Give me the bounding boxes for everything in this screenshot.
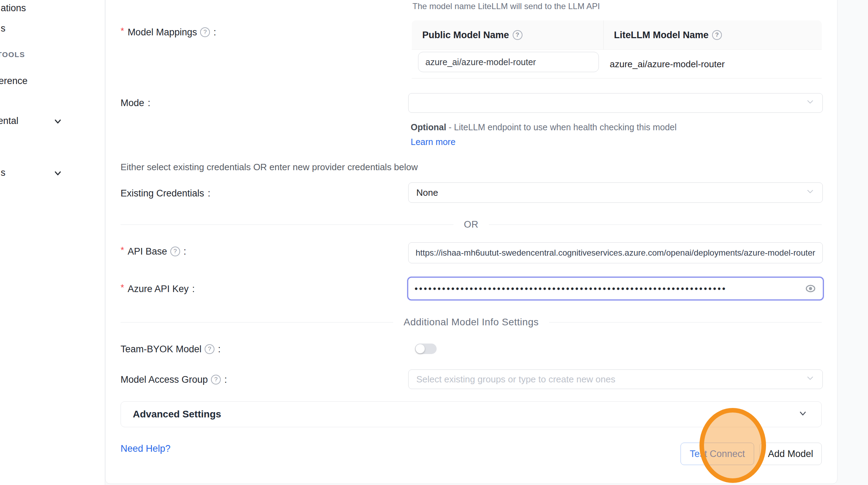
help-icon[interactable]: ? [712, 30, 722, 40]
learn-more-link[interactable]: Learn more [411, 137, 456, 147]
need-help-link[interactable]: Need Help? [121, 443, 171, 454]
column-divider [603, 20, 604, 50]
sidebar-item-clipped-3[interactable]: erence [0, 76, 28, 86]
help-icon[interactable]: ? [513, 30, 522, 40]
table-row: azure_ai/azure-model-router [412, 50, 822, 78]
litellm-model-name-header-text: LiteLLM Model Name [614, 30, 709, 41]
sidebar-item-clipped-5[interactable]: s [1, 167, 6, 178]
label-colon: : [213, 27, 216, 38]
sidebar-item-clipped-4[interactable]: ental [0, 116, 19, 126]
or-divider-text: OR [464, 219, 479, 230]
litellm-model-name-value: azure_ai/azure-model-router [610, 50, 725, 78]
help-icon[interactable]: ? [200, 27, 210, 37]
existing-credentials-value: None [416, 187, 438, 198]
or-divider: OR [121, 217, 822, 232]
mode-helper-text: Optional - LiteLLM endpoint to use when … [411, 120, 695, 149]
label-colon: : [224, 374, 227, 385]
api-base-input[interactable] [408, 242, 823, 263]
optional-rest-text: - LiteLLM endpoint to use when health ch… [446, 122, 676, 132]
model-access-group-label: Model Access Group ? : [121, 374, 227, 385]
azure-api-key-label: * Azure API Key : [121, 283, 195, 295]
divider-line [121, 224, 453, 225]
label-colon: : [218, 344, 221, 355]
advanced-settings-label: Advanced Settings [133, 409, 221, 420]
chevron-down-icon [798, 408, 808, 420]
api-base-label-text: API Base [128, 246, 167, 257]
azure-api-key-input[interactable]: ••••••••••••••••••••••••••••••••••••••••… [407, 277, 824, 300]
add-model-form-panel: The model name LiteLLM will send to the … [105, 0, 868, 485]
divider-line [549, 322, 822, 323]
model-mappings-label-text: Model Mappings [128, 27, 197, 38]
test-connect-button[interactable]: Test Connect [681, 443, 754, 465]
required-asterisk: * [121, 245, 124, 256]
model-mappings-label: * Model Mappings ? : [121, 27, 216, 38]
api-base-label: * API Base ? : [121, 246, 186, 257]
model-name-helper-text: The model name LiteLLM will send to the … [412, 1, 600, 11]
model-access-group-label-text: Model Access Group [121, 374, 208, 385]
add-model-button[interactable]: Add Model [759, 443, 822, 465]
label-colon: : [208, 188, 211, 199]
toggle-knob [416, 344, 425, 353]
masked-key-value: ••••••••••••••••••••••••••••••••••••••••… [408, 283, 787, 294]
chevron-down-icon [806, 374, 815, 385]
chevron-down-icon [806, 97, 815, 109]
mode-select[interactable] [408, 93, 823, 113]
chevron-down-icon[interactable] [53, 116, 63, 127]
sidebar-section-tools: TOOLS [0, 50, 25, 59]
optional-bold-text: Optional [411, 122, 446, 132]
team-byok-label-text: Team-BYOK Model [121, 344, 201, 355]
public-model-name-header-text: Public Model Name [422, 30, 509, 41]
team-byok-label: Team-BYOK Model ? : [121, 344, 221, 355]
mode-label-text: Mode [121, 98, 144, 109]
model-mappings-table: Public Model Name ? LiteLLM Model Name ?… [412, 20, 822, 78]
existing-credentials-label-text: Existing Credentials [121, 188, 204, 199]
sidebar-item-clipped-1[interactable]: ations [1, 3, 26, 14]
eye-icon[interactable] [805, 283, 816, 295]
litellm-model-name-header: LiteLLM Model Name ? [614, 20, 722, 50]
azure-api-key-label-text: Azure API Key [128, 284, 189, 295]
required-asterisk: * [121, 26, 124, 36]
help-icon[interactable]: ? [205, 344, 214, 354]
additional-settings-divider: Additional Model Info Settings [121, 314, 822, 330]
public-model-name-input[interactable] [418, 52, 599, 72]
existing-credentials-select[interactable]: None [408, 182, 823, 203]
divider-line [489, 224, 822, 225]
required-asterisk: * [121, 282, 124, 293]
label-colon: : [192, 284, 195, 295]
help-icon[interactable]: ? [170, 247, 180, 256]
team-byok-toggle[interactable] [415, 344, 437, 354]
add-model-screen: ations s TOOLS erence ental s The model … [0, 0, 868, 485]
chevron-down-icon [806, 187, 815, 199]
model-access-group-placeholder: Select existing groups or type to create… [416, 374, 615, 385]
help-icon[interactable]: ? [211, 375, 221, 384]
label-colon: : [184, 246, 186, 257]
advanced-settings-panel[interactable]: Advanced Settings [121, 401, 822, 427]
existing-credentials-label: Existing Credentials : [121, 188, 210, 199]
table-header: Public Model Name ? LiteLLM Model Name ? [412, 20, 822, 50]
public-model-name-header: Public Model Name ? [422, 20, 522, 50]
mode-label: Mode : [121, 97, 150, 109]
chevron-down-icon[interactable] [53, 168, 63, 179]
additional-settings-divider-text: Additional Model Info Settings [404, 317, 539, 328]
model-access-group-select[interactable]: Select existing groups or type to create… [408, 369, 823, 389]
credentials-note: Either select existing credentials OR en… [121, 162, 418, 173]
sidebar-item-clipped-2[interactable]: s [1, 23, 6, 34]
sidebar: ations s TOOLS erence ental s [0, 0, 105, 485]
divider-line [121, 322, 393, 323]
label-colon: : [148, 98, 151, 109]
